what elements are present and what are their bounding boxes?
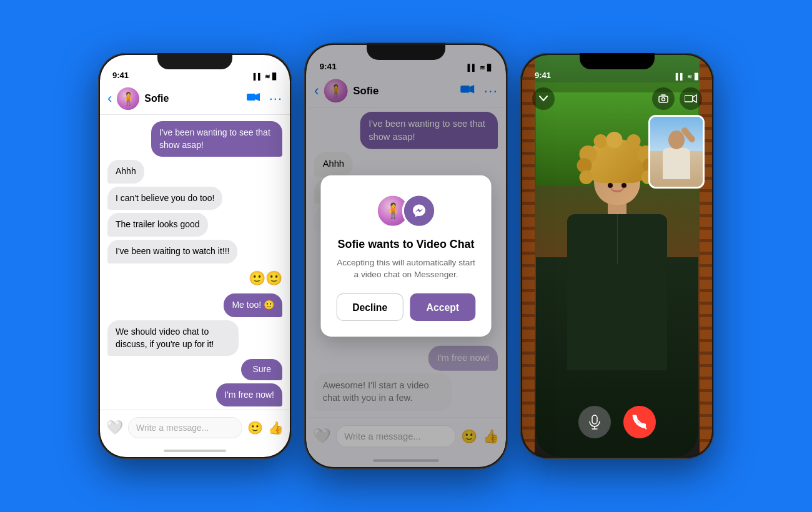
minimize-button[interactable]	[532, 87, 555, 110]
more-options-icon-1[interactable]: ···	[269, 91, 282, 107]
svg-rect-8	[592, 415, 597, 424]
like-icon-1[interactable]: 👍	[268, 420, 284, 435]
video-top-right-controls	[652, 87, 702, 110]
message-received-2: I can't believe you do too!	[107, 187, 222, 210]
video-controls-top	[522, 87, 712, 110]
film-strip-right	[700, 55, 712, 457]
signal-icon: ▌▌	[254, 73, 262, 80]
video-wifi-icon: ≋	[687, 73, 692, 80]
video-status-time: 9:41	[535, 71, 551, 80]
message-sent-emoji: 🙂🙂	[249, 267, 282, 291]
status-time-1: 9:41	[112, 71, 129, 80]
message-sent-2: Me too! 🙂	[224, 293, 282, 317]
video-toggle-button[interactable]	[680, 87, 702, 110]
end-call-button[interactable]	[623, 406, 656, 438]
video-chat-modal: 🧍 Sofie wants to Video Chat Accepting th…	[321, 175, 492, 337]
svg-rect-7	[685, 96, 693, 102]
self-view-content	[650, 117, 703, 187]
heart-icon-1[interactable]: 🤍	[106, 420, 123, 436]
modal-messenger-icon	[402, 194, 437, 228]
mic-button[interactable]	[578, 406, 611, 438]
message-sent-3: Sure	[241, 359, 282, 380]
video-controls-bottom	[522, 406, 712, 438]
phone-3: 9:41 ▌▌ ≋ ▊	[520, 53, 714, 459]
video-battery-icon: ▊	[695, 73, 700, 80]
emoji-icon-1[interactable]: 🙂	[247, 420, 263, 435]
phone-2: 9:41 ▌▌ ≋ ▊ ‹ 🧍 Sofie ··· I've been wa	[304, 43, 508, 470]
svg-marker-1	[255, 93, 260, 101]
video-call-icon-1[interactable]	[247, 92, 260, 105]
modal-buttons: Decline Accept	[337, 293, 476, 321]
self-view-thumbnail[interactable]	[648, 115, 705, 189]
messages-1: I've been wanting to see that show asap!…	[100, 115, 290, 410]
input-bar-1: 🤍 Write a message... 🙂 👍	[100, 410, 290, 445]
message-received-4: I've been waiting to watch it!!!	[107, 240, 237, 263]
message-received-5: We should video chat to discuss, if you'…	[107, 320, 239, 356]
modal-description: Accepting this will automatically start …	[337, 257, 476, 280]
accept-button[interactable]: Accept	[410, 293, 475, 321]
message-received-1: Ahhh	[107, 160, 144, 184]
battery-icon: ▊	[272, 73, 277, 80]
message-received-3: The trailer looks good	[107, 213, 208, 237]
svg-rect-5	[659, 96, 668, 102]
chat-header-1: ‹ 🧍 Sofie ···	[100, 82, 290, 115]
message-input-1[interactable]: Write a message...	[128, 417, 242, 438]
home-bar-1	[164, 450, 226, 452]
contact-avatar-1: 🧍	[117, 87, 139, 110]
contact-name-1: Sofie	[144, 93, 241, 104]
video-signal-icon: ▌▌	[676, 73, 685, 80]
home-indicator-1	[100, 445, 290, 457]
status-icons-1: ▌▌ ≋ ▊	[254, 73, 277, 80]
svg-rect-0	[247, 94, 255, 101]
header-actions-1: ···	[247, 91, 282, 107]
camera-flip-button[interactable]	[652, 87, 675, 110]
message-sent-4: I'm free now!	[216, 383, 282, 407]
decline-button[interactable]: Decline	[337, 293, 404, 321]
notch-1	[157, 53, 232, 69]
film-strip-left	[522, 55, 535, 457]
video-status-icons: ▌▌ ≋ ▊	[676, 73, 700, 80]
input-right-icons-1: 🙂 👍	[247, 420, 284, 435]
phone-1: 9:41 ▌▌ ≋ ▊ ‹ 🧍 Sofie ··· I've been wa	[98, 53, 292, 459]
modal-overlay: 🧍 Sofie wants to Video Chat Accepting th…	[306, 45, 505, 467]
back-button-1[interactable]: ‹	[107, 91, 112, 107]
modal-title: Sofie wants to Video Chat	[337, 238, 476, 251]
message-sent-1: I've been wanting to see that show asap!	[151, 121, 282, 157]
svg-point-6	[662, 98, 665, 101]
modal-avatars: 🧍	[337, 194, 476, 228]
video-status-bar: 9:41 ▌▌ ≋ ▊	[522, 55, 712, 82]
wifi-icon: ≋	[265, 73, 270, 80]
